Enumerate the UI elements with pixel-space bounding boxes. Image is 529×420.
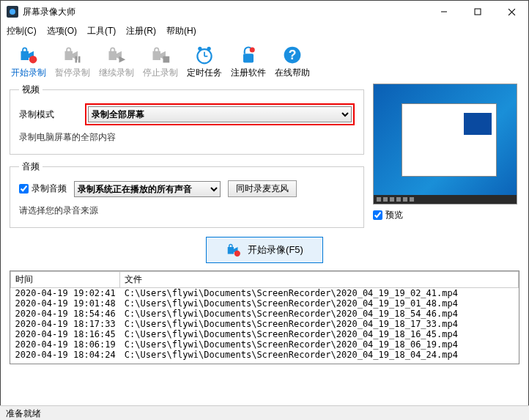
audio-source-select[interactable]: 录制系统正在播放的所有声音 [74,181,221,197]
minimize-button[interactable] [427,1,461,23]
col-file[interactable]: 文件 [120,272,519,288]
close-button[interactable] [495,1,528,23]
audio-group: 音频 录制音频 录制系统正在播放的所有声音 同时录麦克风 请选择您的录音来源 [10,161,364,228]
video-group: 视频 录制模式 录制全部屏幕 录制电脑屏幕的全部内容 [10,84,364,155]
camera-icon [226,242,242,258]
table-row[interactable]: 2020-04-19 18:16:45C:\Users\flywi\Docume… [11,329,519,339]
svg-point-16 [250,48,255,53]
video-hint: 录制电脑屏幕的全部内容 [19,131,355,144]
toolbar: 开始录制 暂停录制 继续录制 停止录制 定时任务 注册软件 ? 在线帮助 [1,39,528,84]
svg-text:?: ? [289,48,297,62]
record-mode-highlight: 录制全部屏幕 [85,103,355,125]
preview-thumbnail [373,84,517,205]
menu-register[interactable]: 注册(R) [126,25,156,37]
continue-record-button[interactable]: 继续录制 [95,43,138,81]
video-legend: 视频 [19,84,42,96]
start-recording-button[interactable]: 开始录像(F5) [206,237,323,263]
svg-rect-8 [78,56,81,63]
titlebar: 屏幕录像大师 [1,1,528,23]
table-row[interactable]: 2020-04-19 18:06:19C:\Users\flywi\Docume… [11,339,519,350]
mic-button[interactable]: 同时录麦克风 [228,180,297,197]
table-row[interactable]: 2020-04-19 19:02:41C:\Users\flywi\Docume… [11,288,519,299]
app-icon [7,6,18,18]
maximize-button[interactable] [461,1,495,23]
col-time[interactable]: 时间 [11,272,120,288]
statusbar: 准备就绪 [0,405,529,420]
window-controls [427,1,528,23]
svg-rect-7 [75,56,78,63]
preview-checkbox-input[interactable] [373,210,382,220]
audio-hint: 请选择您的录音来源 [19,205,355,217]
table-row[interactable]: 2020-04-19 18:54:46C:\Users\flywi\Docume… [11,309,519,319]
svg-rect-15 [243,54,254,62]
svg-point-14 [207,47,211,51]
register-software-button[interactable]: 注册软件 [226,43,270,81]
table-row[interactable]: 2020-04-19 18:04:24C:\Users\flywi\Docume… [11,350,519,360]
svg-rect-9 [163,56,170,63]
menu-tools[interactable]: 工具(T) [87,25,116,37]
start-record-button[interactable]: 开始录制 [7,43,51,81]
stop-record-button[interactable]: 停止录制 [138,43,182,81]
recording-list[interactable]: 时间 文件 2020-04-19 19:02:41C:\Users\flywi\… [10,270,519,364]
svg-point-13 [198,47,201,51]
preview-checkbox[interactable]: 预览 [373,209,519,221]
svg-rect-3 [475,9,481,15]
menu-options[interactable]: 选项(O) [47,25,77,37]
pause-record-button[interactable]: 暂停录制 [51,43,95,81]
window-title: 屏幕录像大师 [23,6,427,18]
record-audio-checkbox[interactable]: 录制音频 [19,183,67,195]
online-help-button[interactable]: ? 在线帮助 [270,43,314,81]
svg-point-1 [10,9,15,15]
timer-task-button[interactable]: 定时任务 [182,43,226,81]
menu-control[interactable]: 控制(C) [7,25,37,37]
table-row[interactable]: 2020-04-19 18:17:33C:\Users\flywi\Docume… [11,319,519,329]
record-mode-select[interactable]: 录制全部屏幕 [88,106,352,122]
record-audio-input[interactable] [19,184,29,194]
svg-point-6 [29,56,37,64]
svg-point-19 [234,251,240,257]
record-mode-label: 录制模式 [19,108,70,121]
menubar: 控制(C) 选项(O) 工具(T) 注册(R) 帮助(H) [1,23,528,39]
menu-help[interactable]: 帮助(H) [166,25,196,37]
table-row[interactable]: 2020-04-19 19:01:48C:\Users\flywi\Docume… [11,298,519,309]
audio-legend: 音频 [19,161,42,173]
